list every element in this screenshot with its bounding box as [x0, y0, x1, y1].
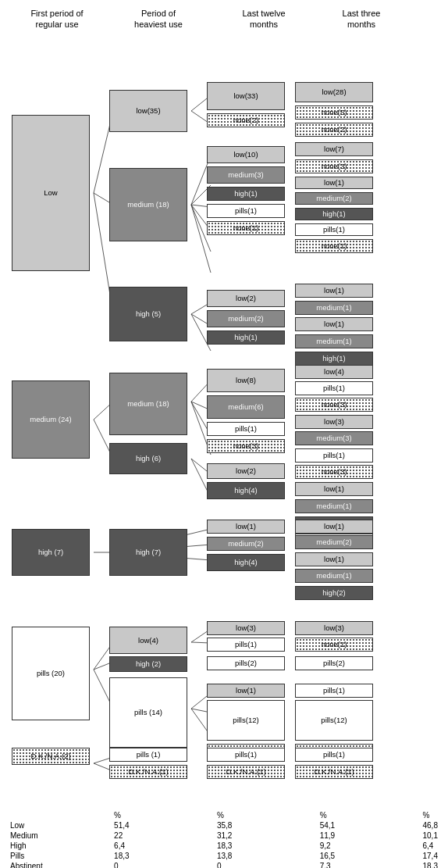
stats-label-low: Low [8, 820, 112, 830]
col4-medium-1c: medium(1) [295, 499, 373, 513]
col3-low-10: low(10) [207, 146, 285, 163]
col3-medium-2b: medium(2) [207, 537, 285, 551]
stats-high-col1: 6,4 [112, 841, 215, 851]
col2-low-4: low(4) [109, 627, 187, 654]
col4-dkna-1: D.K./N.A.(1) [295, 765, 373, 779]
col4-medium-2a: medium(2) [295, 192, 373, 205]
col4-low-7: low(7) [295, 142, 373, 156]
stats-medium-col4: 10,1 [421, 830, 441, 841]
stats-abstinent-col1: 0 [112, 861, 215, 868]
col3-low-2b: low(2) [207, 463, 285, 479]
col2-high-7: high (7) [109, 529, 187, 576]
col3-none-2a: none(2) [207, 113, 285, 127]
col4-medium-1a: medium(1) [295, 301, 373, 315]
header-col2: Period ofheaviest use [116, 8, 201, 30]
col1-dkna-2: D.K./N.A.(2) [12, 748, 90, 765]
col2-pills-14: pills (14) [109, 677, 187, 748]
stats-label-pills: Pills [8, 851, 112, 861]
col3-pills-2: pills(2) [207, 656, 285, 670]
col3-medium-6: medium(6) [207, 395, 285, 419]
stats-col3-header: % [318, 810, 421, 820]
stats-high-col4: 6,4 [421, 841, 441, 851]
header-col1: First period ofregular use [14, 8, 100, 30]
column-headers: First period ofregular use Period ofheav… [8, 8, 440, 30]
col4-high-2: high(2) [295, 586, 373, 600]
stats-pills-col1: 18,3 [112, 851, 215, 861]
stats-col2-header: % [215, 810, 318, 820]
col4-low-1d: low(1) [295, 482, 373, 496]
col3-dkna-1: D.K./N.A.(1) [207, 765, 285, 779]
col2-high-5: high (5) [109, 287, 187, 341]
col4-none-1a: none(1) [295, 239, 373, 253]
stats-row-high: High 6,4 18,3 9,2 6,4 [8, 841, 440, 851]
stats-label-abstinent: Abstinent [8, 861, 112, 868]
col3-pills-1a: pills(1) [207, 204, 285, 218]
col1-pills-20: pills (20) [12, 627, 90, 720]
stats-row-low: Low 51,4 35,8 54,1 46,8 [8, 820, 440, 830]
col3-high-4b: high(4) [207, 554, 285, 571]
stats-abstinent-col2: 0 [215, 861, 318, 868]
stats-col1-header: % [112, 810, 215, 820]
col2-high-2: high (2) [109, 656, 187, 672]
stats-table: % % % % Low 51,4 35,8 54,1 46,8 Medium 2… [8, 810, 440, 868]
col1-low-56: Low [12, 115, 90, 271]
stats-medium-col3: 11,9 [318, 830, 421, 841]
col3-high-1b: high(1) [207, 330, 285, 345]
col4-low-28: low(28) [295, 82, 373, 102]
col4-medium-1d: medium(1) [295, 569, 373, 583]
page-container: First period ofregular use Period ofheav… [8, 8, 440, 868]
col4-high-1b: high(1) [295, 352, 373, 366]
stats-low-col3: 54,1 [318, 820, 421, 830]
stats-row-abstinent: Abstinent 0 0 7,3 18,3 [8, 861, 440, 868]
col3-low-33: low(33) [207, 82, 285, 110]
col4-low-4: low(4) [295, 365, 373, 379]
col4-pills-1b: pills(1) [295, 381, 373, 395]
col3-pills-1c: pills(1) [207, 638, 285, 652]
stats-pills-col4: 17,4 [421, 851, 441, 861]
col3-low-3a: low(3) [207, 621, 285, 635]
col2-dkna-1: D.K./N.A.(1) [109, 765, 187, 779]
col3-none-1a: none(1) [207, 221, 285, 235]
stats-header-row: % % % % [8, 810, 440, 820]
col4-none-3b: none(3) [295, 398, 373, 412]
col3-medium-3: medium(3) [207, 166, 285, 184]
stats-medium-col2: 31,2 [215, 830, 318, 841]
col4-none-1c: none(1) [295, 638, 373, 652]
col3-pills-1d: pills(1) [207, 748, 285, 762]
col3-low-8: low(8) [207, 369, 285, 392]
col4-pills-1c: pills(1) [295, 448, 373, 463]
col4-pills-1a: pills(1) [295, 223, 373, 236]
stats-row-medium: Medium 22 31,2 11,9 10,1 [8, 830, 440, 841]
stats-row-pills: Pills 18,3 13,8 16,5 17,4 [8, 851, 440, 861]
stats-low-col1: 51,4 [112, 820, 215, 830]
col4-low-1b: low(1) [295, 284, 373, 298]
col4-medium-2b: medium(2) [295, 535, 373, 549]
col3-pills-1b: pills(1) [207, 422, 285, 436]
stats-label-medium: Medium [8, 830, 112, 841]
col4-pills-12: pills(12) [295, 700, 373, 741]
col4-low-3b: low(3) [295, 621, 373, 635]
col4-pills-1d: pills(1) [295, 684, 373, 698]
stats-label-header [8, 810, 112, 820]
col4-low-1c: low(1) [295, 317, 373, 331]
col3-medium-2a: medium(2) [207, 310, 285, 327]
stats-label-high: High [8, 841, 112, 851]
col4-low-1f: low(1) [295, 552, 373, 566]
col4-high-1a: high(1) [295, 208, 373, 220]
col1-high-7: high (7) [12, 529, 90, 576]
stats-abstinent-col3: 7,3 [318, 861, 421, 868]
col4-low-1a: low(1) [295, 177, 373, 189]
col4-low-1e: low(1) [295, 520, 373, 534]
stats-low-col4: 46,8 [421, 820, 441, 830]
col2-high-6: high (6) [109, 443, 187, 474]
stats-medium-col1: 22 [112, 830, 215, 841]
header-col3: Last twelvemonths [217, 8, 311, 30]
col1-medium-24: medium (24) [12, 380, 90, 459]
col2-pills-1-dkna: pills (1) [109, 748, 187, 762]
stats-pills-col2: 13,8 [215, 851, 318, 861]
stats-pills-col3: 16,5 [318, 851, 421, 861]
col3-high-4: high(4) [207, 482, 285, 499]
diagram: Low medium (24) high (7) pills (20) D.K.… [8, 37, 440, 802]
col2-low-35: low(35) [109, 90, 187, 132]
stats-high-col3: 9,2 [318, 841, 421, 851]
